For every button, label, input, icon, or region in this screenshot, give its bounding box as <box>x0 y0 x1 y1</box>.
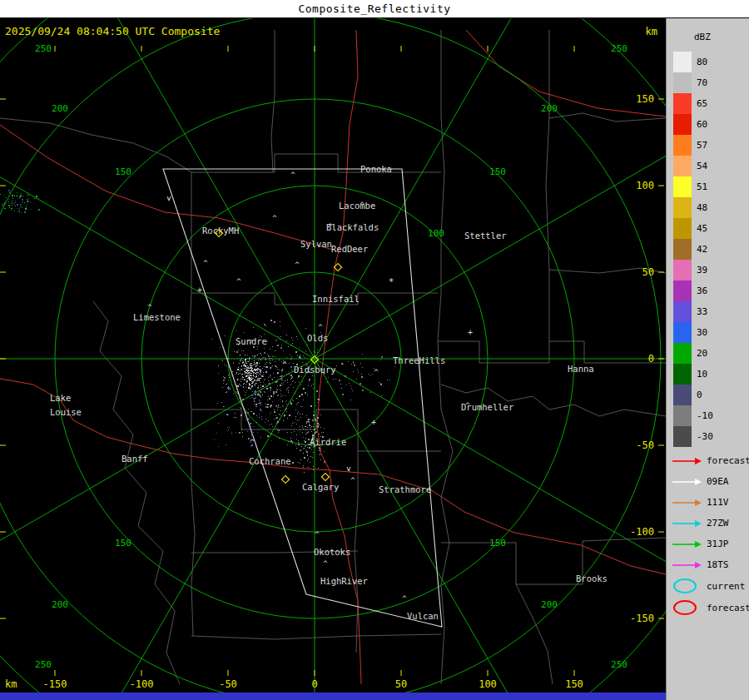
echo-pixel <box>265 357 265 358</box>
echo-pixel <box>310 405 312 407</box>
echo-pixel <box>351 388 352 389</box>
echo-pixel <box>250 372 250 373</box>
echo-pixel <box>237 380 238 380</box>
echo-pixel <box>252 369 253 370</box>
echo-pixel <box>303 449 304 449</box>
echo-pixel <box>295 391 296 392</box>
echo-pixel <box>270 414 270 415</box>
city-label: Olds <box>307 333 328 343</box>
echo-pixel <box>237 385 239 387</box>
echo-pixel <box>258 394 259 395</box>
echo-pixel <box>262 376 263 377</box>
echo-pixel <box>242 432 243 433</box>
y-axis-label: -100 <box>630 526 654 538</box>
echo-pixel <box>247 358 248 359</box>
echo-pixel <box>305 450 306 451</box>
echo-pixel <box>274 321 275 323</box>
echo-pixel <box>305 445 306 446</box>
echo-pixel <box>312 420 314 421</box>
echo-pixel <box>250 388 251 390</box>
echo-pixel <box>285 408 287 410</box>
echo-pixel <box>12 205 12 206</box>
echo-pixel <box>27 201 27 201</box>
echo-pixel <box>286 390 287 390</box>
city-label: Cochrane <box>249 456 291 466</box>
echo-pixel <box>248 370 249 371</box>
echo-pixel <box>248 419 249 420</box>
echo-pixel <box>229 377 230 378</box>
echo-pixel <box>286 335 287 335</box>
echo-pixel <box>241 429 242 430</box>
echo-pixel <box>275 418 276 419</box>
echo-pixel <box>246 370 246 371</box>
echo-pixel <box>227 427 228 428</box>
echo-pixel <box>306 415 307 416</box>
dbz-swatch <box>673 197 692 218</box>
echo-pixel <box>265 392 265 393</box>
echo-pixel <box>305 441 306 443</box>
echo-pixel <box>232 371 233 372</box>
dbz-scale-row: 70 <box>673 72 713 93</box>
echo-pixel <box>251 380 252 380</box>
echo-pixel <box>258 378 259 379</box>
echo-pixel <box>275 405 277 407</box>
echo-pixel <box>296 448 297 449</box>
dbz-color-scale: 807065605754514845423936333020100-10-30 <box>673 52 713 447</box>
echo-pixel <box>263 357 264 358</box>
echo-pixel <box>303 388 305 390</box>
echo-pixel <box>260 437 261 438</box>
echo-pixel <box>245 380 246 380</box>
echo-pixel <box>295 419 296 420</box>
echo-pixel <box>302 425 303 426</box>
echo-pixel <box>317 427 318 428</box>
echo-pixel <box>264 380 265 380</box>
echo-pixel <box>277 385 278 386</box>
echo-pixel <box>287 432 288 433</box>
echo-pixel <box>300 355 300 355</box>
echo-pixel <box>28 201 29 202</box>
y-axis-label: -150 <box>630 613 654 624</box>
echo-pixel <box>21 212 22 213</box>
echo-pixel <box>256 415 257 416</box>
echo-pixel <box>236 373 237 374</box>
echo-pixel <box>12 201 12 201</box>
echo-pixel <box>298 402 299 403</box>
echo-pixel <box>267 340 268 341</box>
echo-pixel <box>27 194 27 195</box>
echo-pixel <box>260 375 261 375</box>
echo-pixel <box>259 369 260 370</box>
echo-pixel <box>324 461 325 463</box>
echo-pixel <box>222 387 223 388</box>
echo-pixel <box>260 391 261 393</box>
echo-pixel <box>249 360 250 360</box>
echo-pixel <box>320 415 321 415</box>
echo-pixel <box>251 373 252 374</box>
horizontal-scrollbar[interactable] <box>0 693 666 700</box>
echo-pixel <box>259 390 260 391</box>
echo-pixel <box>362 367 363 368</box>
echo-pixel <box>239 384 240 385</box>
echo-pixel <box>292 423 293 424</box>
echo-pixel <box>253 426 254 427</box>
dbz-value: 30 <box>697 327 707 338</box>
echo-pixel <box>283 382 284 383</box>
echo-pixel <box>248 366 249 367</box>
echo-pixel <box>300 450 300 451</box>
echo-pixel <box>249 385 250 386</box>
echo-pixel <box>343 364 344 365</box>
echo-pixel <box>319 410 320 410</box>
echo-pixel <box>276 428 277 429</box>
echo-pixel <box>250 377 250 378</box>
echo-pixel <box>260 385 261 385</box>
dbz-swatch <box>673 239 692 260</box>
x-axis-label: 0 <box>311 678 317 690</box>
echo-pixel <box>255 404 257 405</box>
echo-pixel <box>241 379 241 380</box>
echo-pixel <box>285 401 285 402</box>
echo-pixel <box>353 362 354 363</box>
echo-pixel <box>254 355 255 357</box>
echo-pixel <box>352 390 353 391</box>
echo-pixel <box>254 372 255 373</box>
dbz-scale-row: 36 <box>673 280 713 301</box>
legend-label: 18TS <box>707 559 729 570</box>
